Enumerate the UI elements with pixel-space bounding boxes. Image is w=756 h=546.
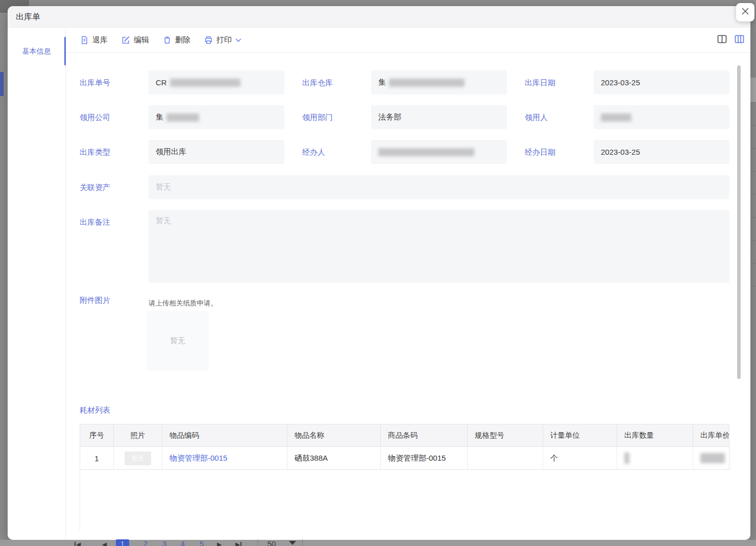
modal-header: 出库单 <box>8 6 750 28</box>
cell-spec <box>468 447 543 469</box>
attachments-empty-box: 暂无 <box>147 311 209 371</box>
page-button-active[interactable]: 1 <box>116 539 129 546</box>
cell-photo: 暂无 <box>114 447 162 469</box>
redacted-value <box>378 148 474 156</box>
col-header-barcode: 商品条码 <box>381 424 468 446</box>
background-row-line <box>750 286 756 287</box>
redacted-value <box>166 113 199 122</box>
page-button[interactable]: 3 <box>155 539 174 546</box>
outbound-no-field: CR <box>149 70 284 94</box>
photo-placeholder-chip: 暂无 <box>125 452 151 465</box>
warehouse-prefix: 集 <box>378 78 386 87</box>
outbound-no-prefix: CR <box>156 78 167 87</box>
last-page-icon <box>240 542 241 546</box>
cell-barcode: 物资管理部-0015 <box>381 447 468 469</box>
page-size-dropdown[interactable] <box>289 539 296 546</box>
col-header-qty: 出库数量 <box>617 424 693 446</box>
field-label-remarks: 出库备注 <box>80 210 149 283</box>
col-header-unit-price: 出库单价 <box>693 424 729 446</box>
first-page-button[interactable]: ◀ <box>75 539 81 546</box>
field-label-recipient: 领用人 <box>525 105 594 129</box>
print-button[interactable]: 打印 <box>204 35 241 45</box>
consumables-table: 序号 照片 物品编码 物品名称 商品条码 规格型号 计量单位 出库数量 出库单价… <box>80 424 729 470</box>
edit-button[interactable]: 编辑 <box>121 35 149 45</box>
return-to-stock-button[interactable]: 退库 <box>80 35 108 45</box>
field-label-attachments: 附件图片 <box>80 288 149 312</box>
edit-icon <box>121 36 130 44</box>
prev-arrow-icon: ◀ <box>76 539 81 546</box>
related-assets-placeholder: 暂无 <box>156 182 171 192</box>
company-field: 集 <box>149 105 284 129</box>
chevron-down-icon <box>235 38 241 42</box>
field-label-outbound-no: 出库单号 <box>80 70 149 94</box>
field-label-department: 领用部门 <box>302 105 371 129</box>
tab-basic-info[interactable]: 基本信息 <box>8 47 65 56</box>
cell-index: 1 <box>80 447 114 469</box>
department-field: 法务部 <box>371 105 507 129</box>
page-title: 出库单 <box>16 12 40 22</box>
background-selected-menu-remnant <box>0 72 4 96</box>
cell-item-code: 物资管理部-0015 <box>162 447 287 469</box>
field-label-outbound-type: 出库类型 <box>80 140 149 164</box>
printer-icon <box>204 36 213 44</box>
background-row-line <box>750 240 756 241</box>
cell-qty <box>617 447 693 469</box>
prev-arrow-icon: ◀ <box>102 539 107 546</box>
attachments-hint: 请上传相关纸质申请。 <box>149 299 217 308</box>
table-row: 1 暂无 物资管理部-0015 硒鼓388A 物资管理部-0015 个 <box>80 446 729 469</box>
col-header-item-name: 物品名称 <box>287 424 381 446</box>
page-root: 出库单 基本信息 退库 编辑 <box>0 0 756 546</box>
background-pagination-bar <box>0 540 756 546</box>
item-code-link[interactable]: 物资管理部-0015 <box>169 454 227 463</box>
active-tab-indicator <box>64 37 66 65</box>
next-page-button[interactable]: ▶ <box>217 539 222 546</box>
redacted-value <box>624 453 629 464</box>
field-label-related-assets: 关联资产 <box>80 175 149 199</box>
next-arrow-icon: ▶ <box>217 539 222 546</box>
vertical-scrollbar-thumb[interactable] <box>737 65 741 379</box>
page-button[interactable]: 5 <box>192 539 211 546</box>
background-row-line <box>750 217 756 218</box>
field-label-outbound-date: 出库日期 <box>525 70 594 94</box>
cell-item-name: 硒鼓388A <box>287 447 381 469</box>
handle-date-field: 2023-03-25 <box>594 140 729 164</box>
next-arrow-icon: ▶ <box>235 539 240 546</box>
handler-field <box>371 140 507 164</box>
delete-button[interactable]: 删除 <box>163 35 190 45</box>
consumables-list-title: 耗材列表 <box>80 406 110 415</box>
page-button[interactable]: 2 <box>136 539 155 546</box>
prev-page-button[interactable]: ◀ <box>102 539 107 546</box>
close-button[interactable] <box>736 3 754 21</box>
close-icon <box>741 7 749 17</box>
page-button[interactable]: 4 <box>174 539 192 546</box>
col-header-photo: 照片 <box>114 424 162 446</box>
three-column-layout-icon[interactable] <box>735 34 744 46</box>
last-page-button[interactable]: ▶ <box>235 539 241 546</box>
field-label-company: 领用公司 <box>80 105 149 129</box>
pagination-separator <box>258 539 258 546</box>
cell-unit-price <box>693 447 729 469</box>
background-row-line <box>750 125 756 126</box>
page-size-value[interactable]: 50 <box>261 539 282 546</box>
background-row-line <box>750 148 756 149</box>
two-column-layout-icon[interactable] <box>717 34 727 46</box>
remarks-field: 暂无 <box>149 210 729 283</box>
col-header-item-code: 物品编码 <box>162 424 287 446</box>
remarks-placeholder: 暂无 <box>156 216 171 226</box>
layout-toggle-group <box>717 34 744 46</box>
redacted-value <box>170 79 240 87</box>
background-table-remnant <box>750 78 756 102</box>
background-row-line <box>750 171 756 172</box>
redacted-value <box>601 113 631 122</box>
dropdown-arrow-icon <box>289 541 296 545</box>
table-left-border <box>80 469 80 531</box>
col-header-unit: 计量单位 <box>543 424 617 446</box>
modal-sidebar: 基本信息 <box>8 28 65 540</box>
col-header-spec: 规格型号 <box>468 424 543 446</box>
trash-icon <box>163 36 172 44</box>
field-label-warehouse: 出库仓库 <box>302 70 371 94</box>
background-row-line <box>750 263 756 264</box>
recipient-field <box>594 105 729 129</box>
company-prefix: 集 <box>156 112 163 122</box>
field-label-handler: 经办人 <box>302 140 371 164</box>
